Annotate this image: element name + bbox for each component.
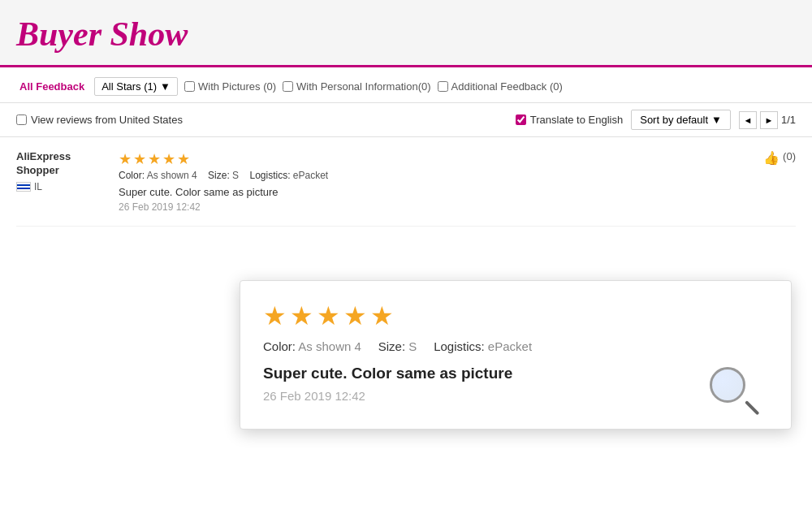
view-us-checkbox[interactable] (16, 114, 27, 125)
filter-bar: All Feedback All Stars (1) ▼ With Pictur… (0, 67, 812, 103)
zoom-attrs: Color: As shown 4 Size: S Logistics: ePa… (263, 339, 768, 353)
prev-page-button[interactable]: ◄ (739, 111, 757, 129)
zoom-stars: ★★★★★ (263, 300, 768, 331)
flag-icon (16, 182, 31, 192)
translate-label[interactable]: Translate to English (516, 114, 623, 126)
second-bar: View reviews from United States Translat… (0, 103, 812, 137)
second-bar-left: View reviews from United States (16, 114, 183, 126)
size-value: S (232, 170, 239, 181)
chevron-left-icon: ◄ (743, 115, 752, 125)
review-date: 26 Feb 2019 12:42 (119, 201, 750, 213)
reviewer-info: AliExpressShopper IL (16, 150, 106, 213)
reviewer-name: AliExpressShopper (16, 150, 106, 178)
page-title: Buyer Show (16, 15, 796, 54)
logistics-label: Logistics: (249, 170, 290, 181)
chevron-down-icon: ▼ (160, 80, 171, 93)
zoom-logistics-label: Logistics: (434, 339, 485, 353)
logistics-value: ePacket (293, 170, 328, 181)
next-page-button[interactable]: ► (760, 111, 778, 129)
review-text: Super cute. Color same as picture (119, 186, 750, 198)
zoom-date: 26 Feb 2019 12:42 (263, 389, 768, 403)
view-us-reviews-label[interactable]: View reviews from United States (16, 114, 183, 126)
review-like[interactable]: 👍 (0) (763, 150, 796, 213)
with-pictures-label[interactable]: With Pictures (0) (184, 80, 276, 93)
page-wrapper: Buyer Show All Feedback All Stars (1) ▼ … (0, 0, 812, 514)
zoom-overlay: ★★★★★ Color: As shown 4 Size: S Logistic… (240, 280, 792, 430)
sort-chevron-icon: ▼ (711, 114, 722, 126)
zoom-color-value: As shown 4 (298, 339, 361, 353)
magnifier-circle (710, 367, 745, 403)
all-feedback-link[interactable]: All Feedback (16, 79, 88, 94)
magnifier-handle (745, 400, 759, 415)
additional-feedback-label[interactable]: Additional Feedback (0) (438, 80, 563, 93)
zoom-color-label: Color: (263, 339, 296, 353)
translate-checkbox[interactable] (516, 114, 526, 125)
with-personal-info-checkbox[interactable] (283, 81, 293, 92)
zoom-size-value: S (408, 339, 417, 353)
with-pictures-checkbox[interactable] (184, 81, 195, 92)
size-label: Size: (208, 170, 230, 181)
like-count: (0) (783, 150, 796, 162)
sort-dropdown[interactable]: Sort by default ▼ (631, 110, 731, 130)
review-content: ★★★★★ Color: As shown 4 Size: S Logistic… (119, 150, 750, 213)
additional-feedback-checkbox[interactable] (438, 81, 448, 92)
chevron-right-icon: ► (764, 115, 773, 125)
with-personal-info-label[interactable]: With Personal Information(0) (283, 80, 430, 93)
review-stars: ★★★★★ (119, 150, 750, 168)
pagination: ◄ ► 1/1 (739, 111, 796, 129)
reviews-section: AliExpressShopper IL ★★★★★ Color: As sho… (0, 137, 812, 240)
review-attrs: Color: As shown 4 Size: S Logistics: ePa… (119, 170, 750, 181)
color-label: Color: (119, 170, 145, 181)
all-stars-dropdown[interactable]: All Stars (1) ▼ (94, 77, 178, 96)
second-bar-right: Translate to English Sort by default ▼ ◄… (516, 110, 796, 130)
color-value: As shown 4 (147, 170, 197, 181)
thumbs-up-icon: 👍 (763, 150, 780, 166)
reviewer-country: IL (34, 181, 42, 192)
page-info: 1/1 (781, 114, 796, 126)
header-bar: Buyer Show (0, 0, 812, 67)
zoom-logistics-value: ePacket (488, 339, 532, 353)
magnifier-icon (710, 367, 758, 416)
zoom-size-label: Size: (378, 339, 405, 353)
reviewer-flag: IL (16, 181, 106, 192)
review-row: AliExpressShopper IL ★★★★★ Color: As sho… (16, 150, 796, 227)
zoom-text: Super cute. Color same as picture (263, 365, 768, 382)
